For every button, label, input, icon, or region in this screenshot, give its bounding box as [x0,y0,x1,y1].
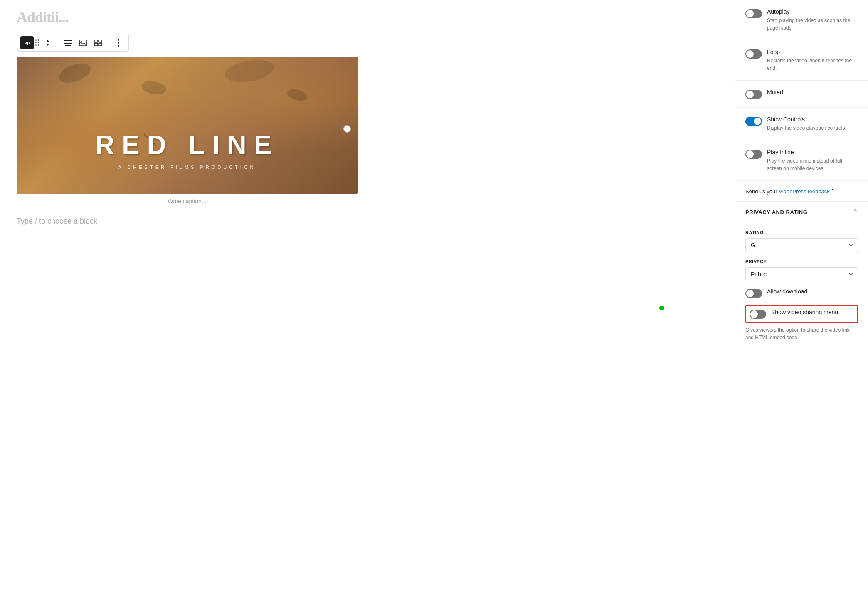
play-inline-thumb [746,150,754,158]
align-center-icon[interactable] [62,36,75,49]
videopress-icon[interactable]: vp [20,36,34,49]
play-inline-toggle[interactable] [745,150,762,159]
show-controls-toggle-row: Show Controls Display the video playback… [745,116,858,132]
show-sharing-menu-label: Show video sharing menu [771,309,854,315]
show-sharing-menu-description: Gives viewers the option to share the vi… [745,326,858,341]
show-controls-toggle[interactable] [745,117,762,126]
privacy-label: PRIVACY [745,259,858,264]
drag-handle[interactable] [35,39,39,46]
scroll-position-indicator [659,306,664,310]
allow-download-toggle-row: Allow download [745,288,858,298]
show-controls-section: Show Controls Display the video playback… [735,108,868,140]
svg-rect-8 [94,43,98,46]
video-title: RED LINE [95,130,279,160]
video-subtitle: A CHESTER FILMS PRODUCTION [118,165,256,170]
show-controls-description: Display the video playback controls. [767,124,858,132]
muted-toggle[interactable] [745,90,762,99]
rating-select[interactable]: G PG PG-13 R X [745,238,858,252]
muted-toggle-row: Muted [745,89,858,99]
show-sharing-menu-toggle-row: Show video sharing menu [745,305,858,323]
video-thumbnail: RED LINE A CHESTER FILMS PRODUCTION [17,57,358,194]
show-controls-label-group: Show Controls Display the video playback… [767,116,858,132]
loop-toggle[interactable] [745,49,762,59]
loop-label: Loop [767,49,858,55]
play-inline-label-group: Play Inline Play the video inline instea… [767,149,858,172]
svg-rect-3 [65,45,71,46]
autoplay-description: Start playing the video as soon as the p… [767,17,858,32]
svg-rect-2 [64,43,72,44]
privacy-section-title: Privacy and rating [745,209,807,215]
play-inline-description: Play the video inline instead of full-sc… [767,157,858,172]
loop-section: Loop Restarts the video when it reaches … [735,40,868,81]
autoplay-thumb [746,10,754,17]
show-sharing-menu-track[interactable] [750,310,766,319]
show-sharing-menu-toggle[interactable] [750,310,766,319]
allow-download-thumb [746,290,754,297]
loop-label-group: Loop Restarts the video when it reaches … [767,49,858,72]
show-controls-track[interactable] [745,117,762,126]
show-sharing-menu-label-group: Show video sharing menu [771,309,854,315]
show-sharing-menu-thumb [750,310,758,318]
move-up-down-icon[interactable] [41,36,54,49]
external-link-icon: ↗ [830,187,833,192]
svg-point-12 [118,45,119,47]
muted-track[interactable] [745,90,762,99]
block-toolbar: vp [17,34,129,52]
autoplay-toggle[interactable] [745,9,762,18]
muted-thumb [746,91,754,98]
editor-title: Additii... [17,8,718,26]
feedback-text: Send us your [745,188,779,195]
allow-download-toggle[interactable] [745,289,762,298]
toolbar-divider [58,38,58,48]
show-controls-label: Show Controls [767,116,858,123]
video-block: RED LINE A CHESTER FILMS PRODUCTION Writ… [17,57,358,204]
play-inline-toggle-row: Play Inline Play the video inline instea… [745,149,858,172]
feedback-row: Send us your VideoPress feedback↗ [735,181,868,202]
svg-rect-9 [99,43,102,46]
loop-track[interactable] [745,49,762,59]
privacy-select[interactable]: Public Private Password protected [745,267,858,281]
autoplay-section: Autoplay Start playing the video as soon… [735,0,868,40]
svg-rect-7 [99,40,102,42]
privacy-content: RATING G PG PG-13 R X PRIVACY Public Pri… [735,223,868,348]
insert-block-icon[interactable] [91,36,105,49]
svg-rect-6 [94,40,98,42]
play-inline-label: Play Inline [767,149,858,155]
muted-label-group: Muted [767,89,858,96]
video-progress-indicator[interactable] [343,125,351,133]
more-options-icon[interactable] [112,36,125,49]
privacy-section-header[interactable]: Privacy and rating ⌃ [735,202,868,223]
svg-rect-1 [65,42,71,42]
allow-download-label: Allow download [767,288,858,295]
loop-toggle-row: Loop Restarts the video when it reaches … [745,49,858,72]
autoplay-track[interactable] [745,9,762,18]
play-inline-section: Play Inline Play the video inline instea… [735,140,868,181]
rating-label: RATING [745,230,858,235]
muted-label: Muted [767,89,858,96]
autoplay-label: Autoplay [767,8,858,15]
muted-section: Muted [735,81,868,108]
show-controls-thumb [754,118,761,125]
feedback-link[interactable]: VideoPress feedback [779,188,830,195]
allow-download-track[interactable] [745,289,762,298]
chevron-up-icon: ⌃ [853,208,858,216]
autoplay-label-group: Autoplay Start playing the video as soon… [767,8,858,32]
insert-media-icon[interactable] [76,36,90,49]
play-inline-track[interactable] [745,150,762,159]
loop-thumb [746,50,754,58]
editor-area: Additii... vp [0,0,735,611]
toolbar-divider-2 [108,38,108,48]
svg-point-11 [118,42,119,44]
allow-download-label-group: Allow download [767,288,858,295]
svg-rect-0 [64,40,72,41]
video-caption[interactable]: Write caption... [17,198,358,204]
block-placeholder: Type / to choose a block [17,217,718,226]
svg-point-10 [118,39,119,41]
loop-description: Restarts the video when it reaches the e… [767,57,858,72]
sidebar: Autoplay Start playing the video as soon… [735,0,868,611]
autoplay-toggle-row: Autoplay Start playing the video as soon… [745,8,858,32]
